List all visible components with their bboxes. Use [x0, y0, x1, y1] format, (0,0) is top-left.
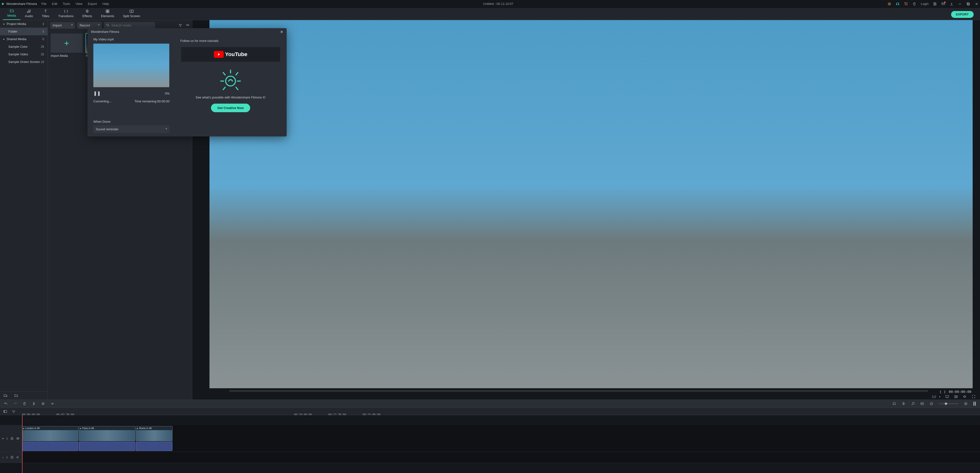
delete-icon[interactable]: [22, 402, 27, 406]
display-icon[interactable]: [945, 395, 949, 398]
tab-elements-label: Elements: [101, 14, 114, 18]
mark-brackets[interactable]: {}: [940, 390, 946, 394]
import-dropdown[interactable]: Import: [50, 22, 75, 29]
chevron-down-icon[interactable]: ▾: [939, 395, 940, 398]
snapshot-icon[interactable]: [954, 395, 958, 398]
sidebar-item-sample-video[interactable]: Sample Video 20: [0, 51, 48, 58]
eye-icon[interactable]: [16, 436, 20, 440]
timeline-audio-clip[interactable]: [79, 442, 135, 451]
playhead-line: [22, 415, 22, 473]
zoom-in-icon[interactable]: [964, 402, 968, 406]
track-type-icon: ▸: [2, 437, 4, 440]
menu-help[interactable]: Help: [102, 2, 109, 6]
tab-transitions[interactable]: Transitions: [54, 8, 78, 20]
magnet-icon[interactable]: [12, 410, 16, 413]
adjust-icon[interactable]: [41, 402, 45, 406]
redo-icon[interactable]: [13, 402, 17, 406]
login-button[interactable]: Login: [921, 2, 929, 6]
zoom-slider[interactable]: [939, 403, 958, 404]
svg-line-17: [223, 73, 225, 75]
export-button[interactable]: EXPORT: [951, 11, 974, 18]
import-media-tile[interactable]: + Import Media: [51, 33, 83, 57]
timeline-audio-clip[interactable]: [22, 442, 78, 451]
svg-point-15: [18, 438, 18, 439]
close-icon[interactable]: [975, 2, 978, 6]
timeline-clip[interactable]: ▸Rome in 4K: [136, 426, 172, 441]
video-track[interactable]: ▸London in 4K ▸Paris in 4K ▸Rome in 4K: [22, 425, 980, 452]
tab-audio-label: Audio: [25, 14, 33, 18]
volume-icon[interactable]: [963, 395, 967, 398]
tab-split-screen[interactable]: Split Screen: [119, 8, 145, 20]
audio-adjust-icon[interactable]: [51, 402, 54, 406]
menu-edit[interactable]: Edit: [52, 2, 57, 6]
speaker-icon[interactable]: [16, 456, 20, 459]
tab-media[interactable]: Media: [3, 7, 20, 20]
dialog-close-icon[interactable]: ✕: [280, 30, 283, 34]
zoom-out-icon[interactable]: [929, 402, 934, 406]
fullscreen-icon[interactable]: [972, 395, 975, 398]
timeline: ▸ 1 ▸London in 4K ▸Paris in 4K ▸Rome in …: [0, 415, 980, 473]
video-track-header[interactable]: ▸ 1: [0, 425, 22, 452]
record-dropdown[interactable]: Record: [77, 22, 102, 29]
youtube-banner[interactable]: YouTube: [181, 47, 280, 62]
save-icon[interactable]: [933, 2, 937, 6]
message-icon[interactable]: [941, 2, 945, 6]
preview-scrubber[interactable]: [229, 390, 928, 392]
marker-icon[interactable]: [892, 402, 896, 406]
menu-export[interactable]: Export: [88, 2, 97, 6]
time-remaining-value: 00:00:00: [157, 100, 170, 103]
undo-icon[interactable]: [4, 402, 8, 406]
module-tabs: Media Audio Titles Transitions Effects E…: [0, 8, 980, 20]
timeline-clip[interactable]: ▸Paris in 4K: [79, 426, 135, 441]
minimize-icon[interactable]: [958, 2, 962, 6]
export-filename: My Video.mp4: [93, 38, 170, 41]
sidebar-item-sample-color[interactable]: Sample Color 25: [0, 43, 48, 51]
tips-icon[interactable]: [888, 2, 891, 6]
new-folder-icon[interactable]: [3, 394, 7, 398]
sidebar-item-project-media[interactable]: ▸Project Media 3: [0, 20, 48, 28]
music-note-icon: ♪: [2, 456, 4, 459]
zoom-fit-icon[interactable]: [973, 402, 976, 406]
audio-track-header[interactable]: ♪ 1: [0, 452, 22, 463]
render-icon[interactable]: [920, 402, 924, 406]
when-done-dropdown[interactable]: Sound reminder: [93, 125, 170, 133]
split-icon[interactable]: [32, 402, 36, 406]
export-percent: 0%: [165, 92, 170, 95]
clip-label: London in 4K: [25, 427, 40, 430]
folder-icon[interactable]: [14, 394, 18, 398]
download-icon[interactable]: [950, 2, 953, 6]
tab-titles[interactable]: Titles: [38, 8, 54, 20]
cart-icon[interactable]: [904, 2, 908, 6]
audio-track[interactable]: [22, 452, 980, 463]
grid-view-icon[interactable]: [186, 24, 189, 27]
sidebar-item-sample-green[interactable]: Sample Green Screen 10: [0, 58, 48, 66]
preview-time: 00:00:00:00: [949, 390, 971, 394]
filter-icon[interactable]: [178, 24, 182, 27]
menu-file[interactable]: File: [41, 2, 46, 6]
lock-icon[interactable]: [10, 456, 14, 459]
search-input[interactable]: [104, 22, 155, 29]
page-indicator[interactable]: 1/2 ▾: [932, 395, 940, 398]
sidebar-item-folder[interactable]: Folder 3: [0, 28, 48, 35]
support-icon[interactable]: [896, 2, 900, 6]
menu-view[interactable]: View: [75, 2, 82, 6]
menu-tools[interactable]: Tools: [63, 2, 70, 6]
tab-elements[interactable]: Elements: [97, 8, 119, 20]
preview-video[interactable]: [210, 20, 973, 388]
trash-icon[interactable]: [912, 2, 916, 6]
timeline-audio-clip[interactable]: [136, 442, 172, 451]
svg-rect-5: [955, 396, 958, 398]
maximize-icon[interactable]: [966, 2, 970, 6]
pause-button[interactable]: ❚❚: [93, 90, 101, 96]
get-creative-button[interactable]: Get Creative Now: [211, 104, 250, 112]
tab-audio[interactable]: Audio: [20, 8, 37, 20]
svg-point-6: [956, 396, 956, 397]
track-manager-icon[interactable]: [3, 410, 7, 413]
audio-mix-icon[interactable]: [911, 402, 915, 406]
tab-effects[interactable]: Effects: [78, 8, 97, 20]
sidebar-item-shared-media[interactable]: ▸Shared Media 0: [0, 35, 48, 43]
timeline-ruler-row: 00:00:00:00 00:02:30:00 00:20:00:00 00:2…: [0, 408, 980, 415]
voiceover-icon[interactable]: [902, 402, 905, 406]
timeline-clip[interactable]: ▸London in 4K: [22, 426, 78, 441]
lock-icon[interactable]: [10, 436, 14, 440]
